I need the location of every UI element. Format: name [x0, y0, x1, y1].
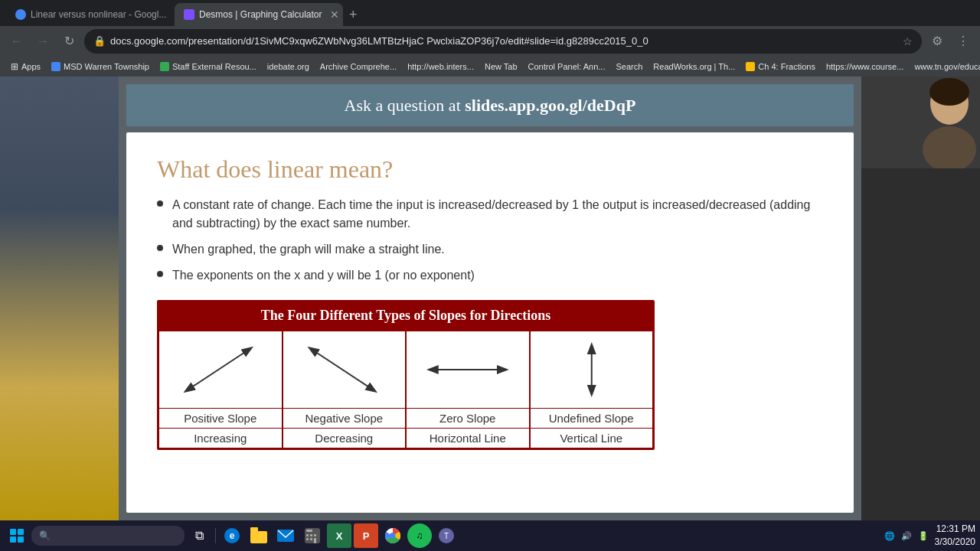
zero-slope-label: Zero Slope	[407, 408, 529, 428]
taskbar-search-icon: 🔍	[39, 530, 51, 541]
bookmark-web-label: http://web.inters...	[407, 62, 474, 71]
taskbar-time-display[interactable]: 12:31 PM 3/30/2020	[935, 523, 975, 549]
tab2-close[interactable]: ✕	[330, 8, 339, 21]
address-bar[interactable]: 🔒 docs.google.com/presentation/d/1SivMC9…	[84, 29, 922, 54]
mail-icon	[277, 527, 294, 544]
browser-window: Linear versus nonlinear - Googl... ✕ Des…	[0, 0, 980, 520]
edge-icon: e	[224, 527, 240, 544]
svg-rect-17	[314, 534, 316, 536]
bookmark-course[interactable]: https://www.course...	[822, 60, 908, 73]
negative-slope-label: Negative Slope	[283, 408, 406, 428]
bookmark-idebate[interactable]: idebate.org	[263, 60, 314, 73]
task-view-icon: ⧉	[195, 529, 204, 543]
svg-rect-10	[250, 531, 267, 543]
taskbar-powerpoint[interactable]: P	[354, 523, 378, 548]
slopes-body: Positive Slope Increasing	[158, 330, 653, 448]
svg-rect-15	[306, 534, 309, 536]
spotify-icon: ♫	[416, 530, 423, 541]
bullet-text-2: When graphed, the graph will make a stra…	[172, 240, 445, 259]
taskbar-separator-1	[215, 528, 216, 543]
forward-button[interactable]: →	[32, 31, 54, 52]
webcam-person	[861, 77, 980, 168]
svg-rect-16	[310, 534, 312, 536]
taskbar-excel[interactable]: X	[327, 523, 351, 548]
secure-icon: 🔒	[93, 35, 106, 47]
powerpoint-icon: P	[363, 530, 370, 542]
bookmark-course-label: https://www.course...	[826, 62, 903, 71]
slide-area: Ask a question at slides.app.goo.gl/deDq…	[119, 77, 861, 520]
bookmark-apps-label: Apps	[21, 62, 41, 71]
negative-slope-sublabel: Decreasing	[283, 428, 406, 448]
slopes-header: The Four Different Types of Slopes for D…	[158, 302, 653, 330]
svg-point-7	[929, 78, 969, 106]
positive-slope-sublabel: Increasing	[159, 428, 282, 448]
bookmark-msd-icon	[51, 62, 60, 71]
bookmark-apps[interactable]: ⊞ Apps	[6, 60, 45, 73]
bullet-dot-1	[157, 201, 163, 207]
network-icon: 🌐	[884, 531, 895, 541]
bullet-list: A constant rate of change. Each time the…	[157, 196, 823, 285]
windows-logo-icon	[10, 529, 24, 543]
bookmark-web[interactable]: http://web.inters...	[403, 60, 479, 73]
main-slide: What does linear mean? A constant rate o…	[126, 132, 854, 513]
slope-cell-positive: Positive Slope Increasing	[158, 330, 283, 448]
back-button[interactable]: ←	[6, 31, 28, 52]
bullet-text-3: The exponents on the x and y will be 1 (…	[172, 266, 475, 285]
new-tab-button[interactable]: +	[343, 3, 364, 26]
taskbar-search[interactable]: 🔍	[31, 526, 185, 546]
taskbar-chrome[interactable]	[381, 523, 405, 548]
apps-grid-icon: ⊞	[11, 61, 18, 72]
bullet-text-1: A constant rate of change. Each time the…	[172, 196, 823, 233]
slope-cell-undefined: Undefined Slope Vertical Line	[530, 330, 654, 448]
tab-linear[interactable]: Linear versus nonlinear - Googl... ✕	[6, 3, 175, 26]
bookmark-archive[interactable]: Archive Comprehe...	[315, 60, 401, 73]
bookmark-msd[interactable]: MSD Warren Township	[47, 60, 154, 73]
bookmark-newtab-label: New Tab	[485, 62, 518, 71]
bookmark-tn[interactable]: www.tn.gov/educat...	[910, 60, 980, 73]
address-icons: ☆	[903, 35, 913, 47]
svg-rect-19	[306, 538, 309, 540]
bookmark-ch4-label: Ch 4: Fractions	[758, 62, 815, 71]
taskbar-file-explorer[interactable]	[247, 523, 271, 548]
taskbar-mail[interactable]	[273, 523, 298, 548]
zero-slope-sublabel: Horizontal Line	[407, 428, 529, 448]
webcam-silhouette	[861, 77, 980, 168]
menu-button[interactable]: ⋮	[952, 31, 974, 52]
slope-diagram-negative	[283, 331, 406, 408]
bookmark-idebate-label: idebate.org	[267, 62, 309, 71]
slope-cell-zero: Zero Slope Horizontal Line	[406, 330, 530, 448]
taskbar-spotify[interactable]: ♫	[407, 523, 432, 548]
bullet-dot-3	[157, 271, 163, 277]
bookmark-ch4[interactable]: Ch 4: Fractions	[741, 60, 820, 73]
header-text: Ask a question at slides.app.goo.gl/deDq…	[345, 96, 636, 116]
slope-cell-negative: Negative Slope Decreasing	[283, 330, 407, 448]
slide-title: What does linear mean?	[157, 155, 823, 184]
bookmark-newtab[interactable]: New Tab	[480, 60, 522, 73]
volume-icon: 🔊	[901, 531, 912, 541]
zero-slope-svg	[414, 339, 521, 400]
nav-bar: ← → ↻ 🔒 docs.google.com/presentation/d/1…	[0, 26, 980, 57]
undefined-slope-svg	[538, 339, 645, 400]
bookmark-star-icon[interactable]: ☆	[903, 35, 913, 47]
bookmark-staff[interactable]: Staff External Resou...	[155, 60, 261, 73]
taskbar-communication[interactable]: T	[434, 523, 459, 548]
bookmark-search-label: Search	[616, 62, 642, 71]
svg-line-0	[186, 348, 251, 391]
task-view-button[interactable]: ⧉	[187, 523, 211, 548]
webcam-feed	[861, 77, 980, 168]
bookmark-control[interactable]: Control Panel: Ann...	[524, 60, 610, 73]
tab-desmos[interactable]: Desmos | Graphing Calculator ✕	[175, 3, 343, 26]
extensions-button[interactable]: ⚙	[926, 31, 948, 52]
bookmark-readworks[interactable]: ReadWorks.org | Th...	[648, 60, 740, 73]
communication-icon: T	[438, 527, 455, 544]
taskbar-calculator[interactable]	[300, 523, 325, 548]
reload-button[interactable]: ↻	[58, 31, 80, 52]
start-button[interactable]	[5, 523, 29, 548]
tab-bar: Linear versus nonlinear - Googl... ✕ Des…	[0, 0, 980, 26]
taskbar-edge[interactable]: e	[220, 523, 244, 548]
tab2-label: Desmos | Graphing Calculator	[199, 9, 322, 20]
bookmark-tn-label: www.tn.gov/educat...	[914, 62, 980, 71]
bookmark-search[interactable]: Search	[611, 60, 647, 73]
address-text: docs.google.com/presentation/d/1SivMC9xq…	[110, 35, 898, 47]
bookmark-staff-label: Staff External Resou...	[172, 62, 256, 71]
